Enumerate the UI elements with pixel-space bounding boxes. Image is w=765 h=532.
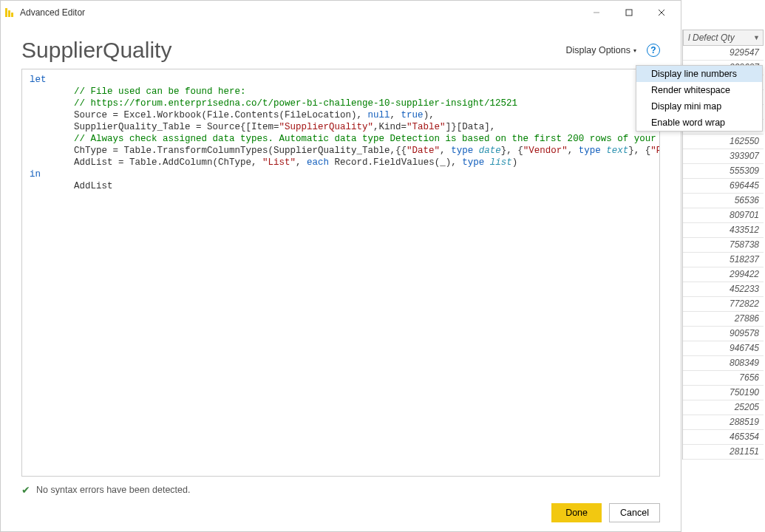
- data-cell[interactable]: 808349: [683, 356, 764, 371]
- menu-item-enable-word-wrap[interactable]: Enable word wrap: [636, 115, 762, 131]
- code-line: let: [30, 74, 652, 86]
- data-cell[interactable]: 162550: [683, 134, 764, 149]
- svg-rect-4: [626, 10, 632, 16]
- data-cell[interactable]: 288519: [683, 415, 764, 430]
- close-button[interactable]: [645, 1, 678, 24]
- window-controls: [580, 1, 678, 24]
- menu-item-display-mini-map[interactable]: Display mini map: [636, 98, 762, 115]
- chevron-down-icon: ▾: [633, 47, 636, 54]
- code-line: ChType = Table.TransformColumnTypes(Supp…: [30, 145, 652, 157]
- column-filter-caret-icon[interactable]: ▼: [753, 34, 760, 41]
- button-bar: Done Cancel: [1, 500, 681, 531]
- data-cell[interactable]: 299422: [683, 267, 764, 282]
- header: SupplierQuality Display Options ▾ ?: [1, 24, 681, 69]
- data-cell[interactable]: 27886: [683, 312, 764, 327]
- data-cell[interactable]: 809701: [683, 208, 764, 223]
- svg-rect-0: [5, 8, 7, 17]
- display-options-dropdown[interactable]: Display Options ▾: [565, 45, 636, 55]
- data-cell[interactable]: 56536: [683, 194, 764, 208]
- column-header[interactable]: l Defect Qty ▼: [683, 30, 764, 46]
- status-text: No syntax errors have been detected.: [36, 485, 190, 495]
- query-name[interactable]: SupplierQuality: [21, 38, 171, 63]
- data-cell[interactable]: 433512: [683, 223, 764, 238]
- code-line: AddList: [30, 180, 652, 192]
- data-cell[interactable]: 7656: [683, 371, 764, 386]
- data-cell[interactable]: 452233: [683, 282, 764, 297]
- data-cell[interactable]: 555309: [683, 164, 764, 179]
- advanced-editor-dialog: Advanced Editor SupplierQuality Display …: [0, 0, 681, 532]
- code-line: // File used can be found here:: [30, 86, 652, 98]
- status-bar: ✔ No syntax errors have been detected.: [21, 484, 660, 496]
- svg-rect-2: [11, 13, 13, 17]
- help-icon[interactable]: ?: [647, 44, 660, 57]
- minimize-button[interactable]: [580, 1, 613, 24]
- code-editor[interactable]: let // File used can be found here: // h…: [21, 69, 660, 477]
- data-cell[interactable]: 281151: [683, 445, 764, 460]
- data-cell[interactable]: 929547: [683, 46, 764, 61]
- titlebar: Advanced Editor: [1, 1, 681, 24]
- cancel-button[interactable]: Cancel: [609, 503, 660, 522]
- data-cell[interactable]: 909578: [683, 327, 764, 341]
- svg-rect-1: [8, 10, 10, 17]
- data-cell[interactable]: 465354: [683, 430, 764, 445]
- app-icon: [4, 7, 16, 18]
- display-options-menu: Display line numbersRender whitespaceDis…: [636, 65, 763, 132]
- column-header-label: l Defect Qty: [688, 33, 735, 43]
- maximize-button[interactable]: [613, 1, 645, 24]
- data-cell[interactable]: 25205: [683, 400, 764, 415]
- check-icon: ✔: [21, 484, 30, 496]
- window-title: Advanced Editor: [20, 7, 580, 18]
- data-cell[interactable]: 750190: [683, 386, 764, 400]
- data-cell[interactable]: 946745: [683, 341, 764, 356]
- data-cell[interactable]: 758738: [683, 238, 764, 253]
- done-button[interactable]: Done: [551, 503, 602, 522]
- data-cell[interactable]: 393907: [683, 149, 764, 164]
- code-line: // Always check assigned data types. Aut…: [30, 133, 652, 145]
- code-line: SupplierQuality_Table = Source{[Item="Su…: [30, 121, 652, 133]
- data-cell[interactable]: 772822: [683, 297, 764, 312]
- display-options-label: Display Options: [565, 45, 630, 55]
- data-cell[interactable]: 696445: [683, 179, 764, 194]
- code-line: Source = Excel.Workbook(File.Contents(Fi…: [30, 109, 652, 121]
- code-line: in: [30, 168, 652, 180]
- code-line: AddList = Table.AddColumn(ChType, "List"…: [30, 157, 652, 168]
- data-cell[interactable]: 518237: [683, 253, 764, 267]
- menu-item-display-line-numbers[interactable]: Display line numbers: [636, 66, 762, 82]
- code-line: // https://forum.enterprisedna.co/t/powe…: [30, 98, 652, 109]
- menu-item-render-whitespace[interactable]: Render whitespace: [636, 82, 762, 98]
